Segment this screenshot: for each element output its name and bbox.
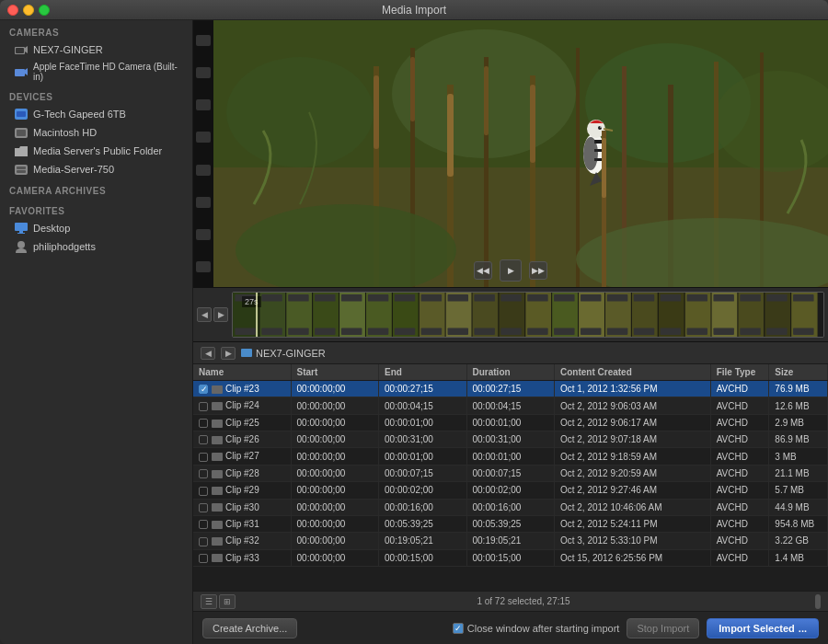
footer-bar: Create Archive... ✓ Close window after s… (193, 611, 828, 644)
cell-name: Clip #32 (193, 533, 291, 549)
minimize-window-dot[interactable] (23, 5, 34, 16)
clip-checkbox[interactable] (199, 487, 208, 496)
svg-rect-9 (15, 165, 28, 175)
svg-rect-3 (15, 69, 25, 76)
clip-checkbox[interactable] (199, 520, 208, 529)
table-row[interactable]: Clip #31 00:00:00;00 00:05:39;25 00:05:3… (193, 515, 828, 532)
clip-icon (212, 402, 223, 410)
svg-rect-26 (410, 57, 415, 121)
list-view-button[interactable]: ☰ (201, 594, 217, 609)
table-row[interactable]: Clip #29 00:00:00;00 00:00:02;00 00:00:0… (193, 482, 828, 499)
table-row[interactable]: Clip #33 00:00:00;00 00:00:15;00 00:00:1… (193, 549, 828, 566)
source-name: NEX7-GINGER (256, 348, 326, 359)
create-archive-button[interactable]: Create Archive... (202, 618, 297, 638)
cell-created: Oct 2, 2012 9:20:59 AM (554, 465, 710, 481)
video-content (213, 20, 828, 287)
cell-end: 00:05:39;25 (379, 515, 466, 532)
table-nav-back-button[interactable]: ◀ (201, 347, 215, 360)
scrubber-nav: ◀ ▶ (197, 307, 228, 322)
right-panel: ◀◀ ▶ ▶▶ ◀ ▶ 27s (193, 20, 828, 644)
table-row[interactable]: Clip #27 00:00:00;00 00:00:01;00 00:00:0… (193, 448, 828, 465)
clip-icon (212, 554, 223, 562)
close-window-checkbox[interactable]: ✓ (453, 623, 464, 634)
cell-end: 00:19:05;21 (379, 533, 466, 549)
cell-name: Clip #23 (193, 381, 291, 397)
cell-size: 21.1 MB (769, 465, 828, 481)
clip-checkbox[interactable] (199, 554, 208, 563)
cell-end: 00:00:01;00 (379, 448, 466, 465)
import-selected-button[interactable]: Import Selected ... (707, 618, 819, 638)
clip-checkbox[interactable] (199, 419, 208, 428)
grid-view-button[interactable]: ⊞ (219, 594, 236, 609)
cell-size: 5.7 MB (769, 482, 828, 499)
fast-forward-button[interactable]: ▶▶ (529, 261, 547, 280)
svg-rect-131 (607, 328, 627, 335)
cell-type: AVCHD (710, 549, 769, 566)
maximize-window-dot[interactable] (39, 5, 50, 16)
cell-start: 00:00:00;00 (291, 414, 378, 431)
filmstrip-back-button[interactable]: ◀ (197, 307, 212, 322)
svg-marker-4 (25, 68, 28, 75)
sidebar-item-media-server-public[interactable]: Media Server's Public Folder (0, 142, 192, 160)
sidebar-item-philiphodgetts[interactable]: philiphodgetts (0, 237, 192, 256)
svg-rect-121 (341, 328, 362, 335)
close-window-label: Close window after starting import (467, 623, 620, 634)
close-window-dot[interactable] (7, 5, 18, 16)
cell-name: Clip #30 (193, 499, 291, 515)
clip-checkbox[interactable] (199, 537, 208, 546)
cell-start: 00:00:00;00 (291, 499, 378, 515)
clip-checkbox[interactable] (199, 453, 208, 462)
cell-size: 44.9 MB (769, 499, 828, 515)
import-selected-ellipsis: ... (799, 623, 807, 634)
cell-start: 00:00:00;00 (291, 515, 378, 532)
table-row[interactable]: Clip #23 00:00:00;00 00:00:27;15 00:00:2… (193, 381, 828, 397)
clips-table: Name Start End Duration Content Created … (193, 364, 828, 567)
table-row[interactable]: Clip #28 00:00:00;00 00:00:07;15 00:00:0… (193, 465, 828, 481)
filmstrip-frames[interactable]: 27s (232, 292, 824, 338)
table-row[interactable]: Clip #24 00:00:00;00 00:00:04;15 00:00:0… (193, 397, 828, 414)
cell-type: AVCHD (710, 414, 769, 431)
table-row[interactable]: Clip #30 00:00:00;00 00:00:16;00 00:00:1… (193, 499, 828, 515)
window-controls (7, 5, 50, 16)
sidebar-item-gtech[interactable]: G-Tech Gapeed 6TB (0, 105, 192, 123)
sidebar-item-media-server-750[interactable]: Media-Server-750 (0, 160, 192, 178)
film-hole (196, 35, 211, 46)
cell-created: Oct 2, 2012 9:18:59 AM (554, 448, 710, 465)
table-row[interactable]: Clip #25 00:00:00;00 00:00:01;00 00:00:0… (193, 414, 828, 431)
sidebar-item-facetime[interactable]: Apple FaceTime HD Camera (Built-in) (0, 59, 192, 85)
facetime-label: Apple FaceTime HD Camera (Built-in) (33, 62, 183, 82)
clip-table[interactable]: Name Start End Duration Content Created … (193, 364, 828, 591)
table-row[interactable]: Clip #26 00:00:00;00 00:00:31;00 00:00:3… (193, 431, 828, 448)
svg-rect-2 (16, 48, 24, 53)
clip-checkbox[interactable] (199, 469, 208, 478)
svg-rect-137 (766, 328, 787, 335)
svg-rect-108 (581, 294, 601, 302)
cell-type: AVCHD (710, 448, 769, 465)
table-nav-forward-button[interactable]: ▶ (221, 347, 236, 360)
sidebar-item-nex7-ginger[interactable]: NEX7-GINGER (0, 40, 192, 59)
svg-rect-114 (740, 294, 760, 302)
svg-rect-12 (15, 223, 28, 231)
cell-duration: 00:00:04;15 (466, 397, 554, 414)
filmstrip-forward-button[interactable]: ▶ (213, 307, 228, 322)
cameras-section-header: CAMERAS (0, 20, 192, 40)
clip-icon (212, 521, 223, 529)
sidebar-item-macintosh-hd[interactable]: Macintosh HD (0, 123, 192, 142)
clip-checkbox[interactable] (199, 503, 208, 512)
clip-checkbox[interactable] (199, 402, 208, 411)
media-import-window: Media Import CAMERAS NEX7-GINGER (0, 0, 828, 644)
play-button[interactable]: ▶ (500, 259, 522, 282)
svg-marker-1 (25, 46, 28, 53)
col-header-created: Content Created (554, 364, 710, 381)
sidebar-item-desktop[interactable]: Desktop (0, 219, 192, 237)
media-server-public-label: Media Server's Public Folder (33, 145, 162, 156)
cell-type: AVCHD (710, 515, 769, 532)
svg-point-16 (16, 248, 27, 253)
clip-checkbox[interactable] (199, 385, 208, 394)
svg-point-48 (583, 137, 598, 170)
stop-import-button[interactable]: Stop Import (627, 618, 699, 638)
table-row[interactable]: Clip #32 00:00:00;00 00:19:05;21 00:19:0… (193, 533, 828, 549)
rewind-button[interactable]: ◀◀ (474, 261, 492, 280)
clip-checkbox[interactable] (199, 435, 208, 444)
close-window-checkbox-area[interactable]: ✓ Close window after starting import (453, 623, 620, 634)
